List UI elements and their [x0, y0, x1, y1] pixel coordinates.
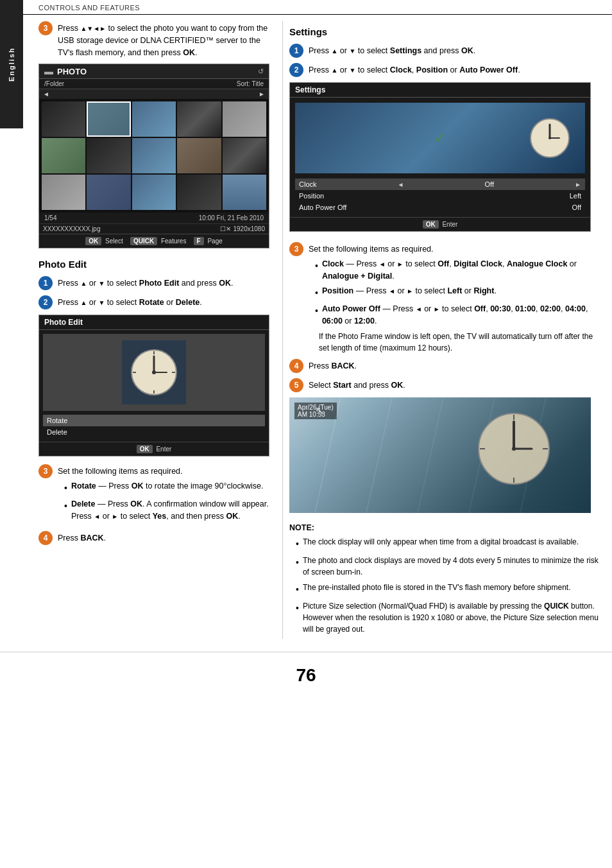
- settings-clock-row[interactable]: Clock ◄ Off ►: [295, 178, 585, 190]
- photo-edit-step4-row: 4 Press BACK.: [38, 531, 269, 545]
- page-container: CONTROLS AND FEATURES English 3 Press ▲▼…: [0, 0, 612, 868]
- page-number: 76: [0, 652, 612, 692]
- photo-edit-step1-row: 1 Press ▲ or ▼ to select Photo Edit and …: [38, 276, 269, 290]
- photo-thumb-9[interactable]: [177, 138, 221, 173]
- settings-step2-circle: 2: [289, 63, 303, 77]
- svg-line-14: [366, 397, 392, 513]
- step3-circle: 3: [38, 21, 53, 35]
- photo-edit-step4-circle: 4: [38, 531, 53, 545]
- position-bullet: • Position — Press ◄ or ► to select Left…: [315, 285, 599, 300]
- settings-clock-icon: [527, 116, 572, 161]
- settings-menu: Clock ◄ Off ► Position Left Auto Power O…: [295, 178, 585, 213]
- photo-edit-footer: OK Enter: [39, 442, 269, 456]
- main-content: 3 Press ▲▼◄► to select the photo you wan…: [0, 15, 612, 639]
- photo-frame-svg: [289, 397, 591, 513]
- photo-edit-image-inner: [43, 334, 265, 411]
- photo-count: 1/54: [44, 214, 56, 221]
- clock-value: Off: [485, 180, 494, 188]
- photo-edit-box: Photo Edit: [38, 315, 269, 456]
- photo-thumb-15[interactable]: [223, 175, 266, 210]
- settings-footer: OK Enter: [290, 217, 590, 231]
- photo-edit-step4-text: Press BACK.: [58, 531, 269, 544]
- photo-thumb-8[interactable]: [132, 138, 176, 173]
- step3-intro-row: 3 Press ▲▼◄► to select the photo you wan…: [38, 21, 269, 58]
- language-tab: English: [0, 0, 23, 128]
- note-item-4: • Picture Size selection (Normal/Quad FH…: [296, 600, 599, 635]
- photo-grid: [39, 99, 269, 213]
- rotate-bullet: • Rotate — Press OK to rotate the image …: [64, 480, 269, 495]
- photo-viewer-controls: OK Select QUICK Features F Page: [39, 234, 269, 248]
- photo-filename: XXXXXXXXXXX.jpg: [43, 225, 101, 232]
- photo-edit-step2-row: 2 Press ▲ or ▼ to select Rotate or Delet…: [38, 295, 269, 309]
- photo-thumb-1[interactable]: [42, 101, 85, 137]
- settings-step5-row: 5 Select Start and press OK.: [289, 378, 599, 392]
- photo-thumb-5[interactable]: [223, 101, 266, 137]
- settings-step3-row: 3 Set the following items as required. •…: [289, 242, 599, 354]
- settings-step4-row: 4 Press BACK.: [289, 359, 599, 373]
- step3-intro-text: Press ▲▼◄► to select the photo you want …: [58, 21, 269, 58]
- settings-step3-circle: 3: [289, 242, 303, 256]
- right-column: Settings 1 Press ▲ or ▼ to select Settin…: [282, 21, 612, 639]
- photo-viewer-footer: 1/54 10:00 Fri, 21 Feb 2010: [39, 213, 269, 223]
- photo-thumb-3[interactable]: [132, 101, 176, 137]
- photo-thumb-4[interactable]: [177, 101, 221, 137]
- photo-thumb-6[interactable]: [42, 138, 85, 173]
- note-item-3: • The pre-installed photo file is stored…: [296, 582, 599, 596]
- clock-arrow-left: ◄: [398, 181, 404, 188]
- page-header: CONTROLS AND FEATURES: [0, 0, 612, 15]
- photo-edit-box-header: Photo Edit: [39, 315, 269, 330]
- settings-step2-text: Press ▲ or ▼ to select Clock, Position o…: [309, 63, 599, 76]
- photo-edit-image: [43, 334, 265, 411]
- photo-thumb-13[interactable]: [132, 175, 176, 210]
- settings-position-row[interactable]: Position Left: [295, 190, 585, 202]
- svg-line-15: [418, 397, 443, 513]
- delete-bullet: • Delete — Press OK. A confirmation wind…: [64, 498, 269, 523]
- settings-box: Settings ✓: [289, 82, 591, 232]
- header-label: CONTROLS AND FEATURES: [38, 4, 140, 12]
- clock-arrow-right: ►: [575, 181, 581, 188]
- svg-line-13: [315, 397, 341, 513]
- position-label: Position: [299, 192, 324, 200]
- photo-thumb-10[interactable]: [223, 138, 266, 173]
- settings-step3-text: Set the following items as required. • C…: [309, 242, 599, 354]
- settings-auto-power-row[interactable]: Auto Power Off Off: [295, 202, 585, 213]
- settings-step1-text: Press ▲ or ▼ to select Settings and pres…: [309, 44, 599, 57]
- photo-viewer-toolbar: /Folder Sort: Title: [39, 79, 269, 89]
- settings-step5-circle: 5: [289, 378, 303, 392]
- photo-edit-delete-item[interactable]: Delete: [43, 426, 265, 438]
- photo-thumb-7[interactable]: [87, 138, 130, 173]
- photo-edit-step1-circle: 1: [38, 276, 53, 290]
- photo-thumb-14[interactable]: [177, 175, 221, 210]
- settings-image: ✓: [295, 103, 585, 173]
- left-column: 3 Press ▲▼◄► to select the photo you wan…: [0, 21, 282, 639]
- photo-thumb-12[interactable]: [87, 175, 130, 210]
- settings-heading: Settings: [289, 26, 599, 37]
- photo-date: 10:00 Fri, 21 Feb 2010: [199, 214, 264, 221]
- clock-label: Clock: [299, 180, 317, 188]
- note-item-2: • The photo and clock displays are moved…: [296, 555, 599, 578]
- photo-edit-rotate-item[interactable]: Rotate: [43, 415, 265, 426]
- photo-edit-step2-text: Press ▲ or ▼ to select Rotate or Delete.: [58, 295, 269, 309]
- photo-edit-menu: Rotate Delete: [43, 415, 265, 438]
- photo-viewer-header: ▬ PHOTO ↺: [39, 64, 269, 79]
- settings-box-header: Settings: [290, 83, 590, 98]
- photo-edit-bullets: • Rotate — Press OK to rotate the image …: [64, 480, 269, 523]
- settings-step4-text: Press BACK.: [309, 359, 599, 372]
- photo-viewer-title: PHOTO: [57, 67, 87, 76]
- photo-edit-step3-row: 3 Set the following items as required. •…: [38, 464, 269, 525]
- note-section: NOTE: • The clock display will only appe…: [289, 523, 599, 635]
- note-heading: NOTE:: [289, 523, 599, 532]
- settings-step1-row: 1 Press ▲ or ▼ to select Settings and pr…: [289, 44, 599, 58]
- settings-step1-circle: 1: [289, 44, 303, 58]
- photo-frame-image: Apr/26 (Tue)AM 10:53 ↖: [289, 397, 591, 513]
- settings-step5-text: Select Start and press OK.: [309, 378, 599, 392]
- auto-power-value: Off: [572, 204, 581, 211]
- photo-thumb-11[interactable]: [42, 175, 85, 210]
- clock-icon: [122, 340, 186, 404]
- photo-thumb-2[interactable]: [87, 101, 130, 137]
- settings-bullets: • Clock — Press ◄ or ► to select Off, Di…: [315, 258, 599, 327]
- settings-step2-row: 2 Press ▲ or ▼ to select Clock, Position…: [289, 63, 599, 77]
- photo-resolution: 1920x1080: [234, 225, 266, 232]
- auto-power-label: Auto Power Off: [299, 204, 346, 211]
- photo-edit-step2-circle: 2: [38, 295, 53, 309]
